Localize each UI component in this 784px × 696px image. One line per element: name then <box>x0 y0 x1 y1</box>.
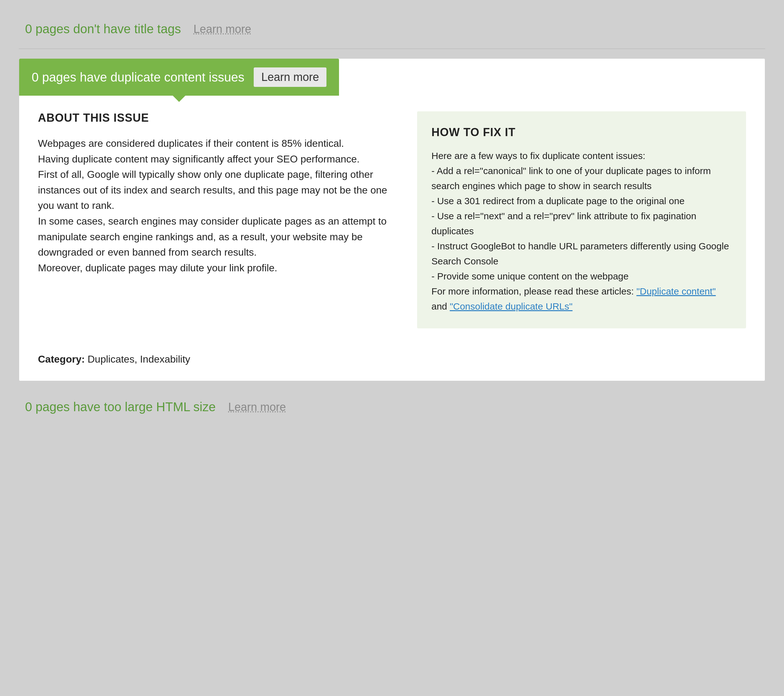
top-row: 0 pages don't have title tags Learn more <box>19 13 765 49</box>
how-point-4: - Instruct GoogleBot to handle URL param… <box>432 241 729 266</box>
panel-tab-title: 0 pages have duplicate content issues <box>32 70 244 84</box>
panel-tab-learn-more[interactable]: Learn more <box>254 68 326 87</box>
page-wrapper: 0 pages don't have title tags Learn more… <box>0 0 784 436</box>
bottom-row-title: 0 pages have too large HTML size <box>25 400 216 414</box>
about-para-5: Moreover, duplicate pages may dilute you… <box>38 261 398 276</box>
about-para-1: Webpages are considered duplicates if th… <box>38 136 398 152</box>
how-point-1: - Add a rel="canonical" link to one of y… <box>432 166 711 191</box>
category-label: Category: <box>38 353 85 365</box>
duplicate-content-link[interactable]: "Duplicate content" <box>636 286 716 297</box>
how-point-3: - Use a rel="next" and a rel="prev" link… <box>432 211 697 236</box>
how-point-2: - Use a 301 redirect from a duplicate pa… <box>432 196 685 206</box>
how-and: and <box>432 301 450 312</box>
how-point-5: - Provide some unique content on the web… <box>432 271 629 281</box>
how-footer-before: For more information, please read these … <box>432 286 634 297</box>
about-text: Webpages are considered duplicates if th… <box>38 136 398 276</box>
category-row: Category: Duplicates, Indexability <box>19 344 765 381</box>
about-section: ABOUT THIS ISSUE Webpages are considered… <box>38 111 398 328</box>
expanded-panel: 0 pages have duplicate content issues Le… <box>19 58 765 381</box>
how-section: HOW TO FIX IT Here are a few ways to fix… <box>417 111 746 328</box>
bottom-row: 0 pages have too large HTML size Learn m… <box>19 391 765 424</box>
bottom-learn-more-link[interactable]: Learn more <box>228 401 286 414</box>
category-value: Duplicates, Indexability <box>87 353 190 365</box>
how-title: HOW TO FIX IT <box>432 126 731 139</box>
consolidate-urls-link[interactable]: "Consolidate duplicate URLs" <box>450 301 573 312</box>
about-para-4: In some cases, search engines may consid… <box>38 214 398 261</box>
how-text: Here are a few ways to fix duplicate con… <box>432 148 731 314</box>
how-intro: Here are a few ways to fix duplicate con… <box>432 150 646 161</box>
top-learn-more-link[interactable]: Learn more <box>193 23 251 36</box>
panel-tab[interactable]: 0 pages have duplicate content issues Le… <box>19 59 339 96</box>
about-para-2: Having duplicate content may significant… <box>38 152 398 167</box>
panel-content: ABOUT THIS ISSUE Webpages are considered… <box>19 96 765 344</box>
about-title: ABOUT THIS ISSUE <box>38 111 398 125</box>
about-para-3: First of all, Google will typically show… <box>38 167 398 214</box>
top-row-title: 0 pages don't have title tags <box>25 22 181 36</box>
